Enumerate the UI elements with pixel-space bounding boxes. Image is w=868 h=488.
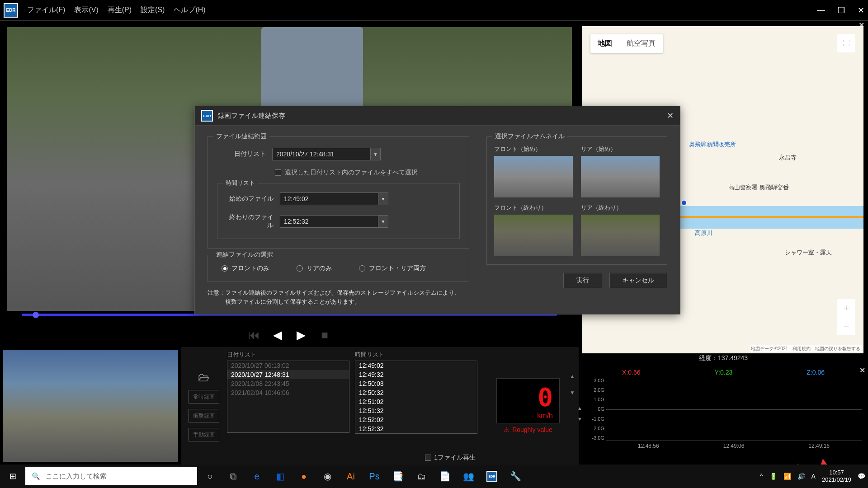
end-combo-input[interactable]	[280, 215, 378, 228]
chevron-down-icon[interactable]: ▼	[378, 215, 388, 228]
stop-button[interactable]: ■	[317, 327, 332, 343]
firefox-icon[interactable]: ●	[294, 467, 314, 485]
map-poi[interactable]: 奥飛騨新聞販売所	[689, 141, 736, 149]
list-item[interactable]: 12:49:02	[355, 361, 477, 370]
minimize-icon[interactable]: ―	[817, 5, 825, 15]
start-combo[interactable]: ▼	[280, 192, 388, 205]
notifications-icon[interactable]: 💬	[858, 473, 865, 480]
edr-app-icon[interactable]: EDR	[482, 467, 502, 485]
cortana-icon[interactable]: ○	[200, 467, 220, 485]
filter-normal-button[interactable]: 常時録画	[189, 390, 219, 404]
volume-icon[interactable]: 🔊	[797, 473, 805, 480]
thumb-rear-start	[581, 156, 660, 197]
map-poi[interactable]: 永昌寺	[779, 154, 797, 162]
map-type-map[interactable]: 地図	[590, 34, 619, 53]
radio-rear-only[interactable]	[297, 265, 303, 272]
close-icon[interactable]: ✕	[859, 366, 865, 375]
gsensor-plot: 3.0G2.0G1.0G 0G-1.0G-2.0G -3.0G ▲▼	[606, 378, 862, 441]
taskbar-search[interactable]: 🔍 ここに入力して検索	[25, 467, 197, 485]
taskbar-clock[interactable]: 10:57 2021/02/19	[822, 469, 851, 483]
list-item[interactable]: 2021/02/04 10:46:06	[227, 388, 349, 397]
outlook-icon[interactable]: ◧	[270, 467, 290, 485]
filter-manual-button[interactable]: 手動録画	[189, 428, 219, 441]
map-poi[interactable]: 高山警察署 奥飛騨交番	[728, 183, 789, 192]
gsensor-x-value: X:0.66	[622, 369, 640, 376]
execute-button[interactable]: 実行	[563, 273, 602, 288]
menu-help[interactable]: ヘルプ(H)	[174, 5, 205, 15]
app-icon[interactable]: 🔧	[505, 467, 525, 485]
single-file-checkbox[interactable]	[425, 455, 431, 461]
tray-chevron-icon[interactable]: ^	[760, 473, 763, 480]
menu-view[interactable]: 表示(V)	[74, 5, 98, 15]
folder-icon[interactable]: 🗁	[198, 371, 210, 385]
map-attribution[interactable]: 地図データ ©2021 利用規約 地図の誤りを報告する	[750, 345, 862, 352]
maximize-icon[interactable]: ❐	[838, 5, 845, 15]
explorer-icon[interactable]: 🗂	[411, 467, 431, 485]
wifi-icon[interactable]: 📶	[783, 473, 791, 480]
list-item[interactable]: 12:50:03	[355, 379, 477, 388]
map-type-switch[interactable]: 地図 航空写真	[590, 34, 663, 53]
battery-icon[interactable]: 🔋	[769, 473, 777, 480]
teams-icon[interactable]: 👥	[458, 467, 478, 485]
list-item[interactable]: 2020/12/08 22:43:45	[227, 379, 349, 388]
ime-icon[interactable]: A	[811, 473, 816, 480]
window-controls: ― ❐ ✕	[817, 5, 864, 15]
start-combo-input[interactable]	[280, 192, 378, 205]
radio-front-only[interactable]	[222, 265, 228, 272]
list-item[interactable]: 2020/10/27 06:13:02	[227, 361, 349, 370]
thumb-rear-start-label: リア（始め）	[581, 145, 660, 153]
rewind-button[interactable]: ⏮	[246, 327, 262, 343]
close-icon[interactable]: ✕	[859, 21, 864, 29]
step-back-button[interactable]: ◀	[270, 327, 285, 343]
map-type-satellite[interactable]: 航空写真	[619, 34, 663, 53]
menu-settings[interactable]: 設定(S)	[141, 5, 165, 15]
list-item[interactable]: 12:50:32	[355, 388, 477, 397]
rear-video-panel: ✕	[0, 347, 181, 465]
map-poi[interactable]: シャワー室・露天	[785, 249, 832, 257]
app-icon[interactable]: 📑	[388, 467, 408, 485]
cancel-button[interactable]: キャンセル	[609, 273, 667, 288]
photoshop-icon[interactable]: Ps	[364, 467, 384, 485]
zoom-out-button[interactable]: −	[837, 317, 855, 335]
chevron-down-icon[interactable]: ▼	[378, 192, 388, 205]
map-position-marker	[681, 200, 687, 206]
list-item[interactable]: 2020/10/27 12:48:31	[227, 370, 349, 379]
chart-up-icon[interactable]: ▲	[577, 405, 582, 411]
date-combo[interactable]: ▼	[272, 148, 381, 160]
select-all-checkbox[interactable]	[275, 169, 281, 176]
ie-icon[interactable]: e	[247, 467, 267, 485]
play-button[interactable]: ▶	[293, 327, 309, 343]
illustrator-icon[interactable]: Ai	[341, 467, 361, 485]
close-icon[interactable]: ✕	[667, 111, 674, 121]
date-combo-input[interactable]	[272, 148, 371, 160]
close-icon[interactable]: ✕	[858, 5, 864, 15]
list-item[interactable]: 12:51:02	[355, 397, 477, 406]
date-list-label: 日付リスト	[217, 150, 266, 158]
filter-impact-button[interactable]: 衝撃録画	[189, 409, 219, 422]
list-item[interactable]: 12:52:02	[355, 415, 477, 424]
speed-up-icon[interactable]: ▲	[570, 373, 575, 380]
notepad-icon[interactable]: 📄	[435, 467, 455, 485]
radio-both[interactable]	[359, 265, 365, 272]
start-file-label: 始めのファイル	[225, 195, 274, 203]
zoom-in-button[interactable]: +	[837, 299, 855, 317]
chevron-down-icon[interactable]: ▼	[371, 148, 381, 160]
menubar: EDR ファイル(F) 表示(V) 再生(P) 設定(S) ヘルプ(H) ― ❐…	[0, 0, 868, 21]
speed-down-icon[interactable]: ▼	[570, 389, 575, 396]
map-river-label: 高原川	[695, 229, 712, 237]
menu-play[interactable]: 再生(P)	[108, 5, 132, 15]
date-list[interactable]: 2020/10/27 06:13:02 2020/10/27 12:48:31 …	[227, 361, 349, 433]
chrome-icon[interactable]: ◉	[317, 467, 337, 485]
range-legend: ファイル連結範囲	[213, 132, 269, 141]
thumb-front-end-label: フロント（終わり）	[494, 204, 573, 212]
menu-file[interactable]: ファイル(F)	[27, 5, 65, 15]
fullscreen-icon[interactable]: ⛶	[837, 34, 855, 52]
start-button[interactable]: ⊞	[3, 466, 23, 486]
list-item[interactable]: 12:49:32	[355, 370, 477, 379]
task-view-icon[interactable]: ⧉	[223, 467, 243, 485]
chart-down-icon[interactable]: ▼	[577, 416, 582, 422]
time-list[interactable]: 12:49:02 12:49:32 12:50:03 12:50:32 12:5…	[355, 361, 477, 434]
list-item[interactable]: 12:52:32	[355, 424, 477, 433]
end-combo[interactable]: ▼	[280, 215, 388, 228]
list-item[interactable]: 12:51:32	[355, 406, 477, 415]
